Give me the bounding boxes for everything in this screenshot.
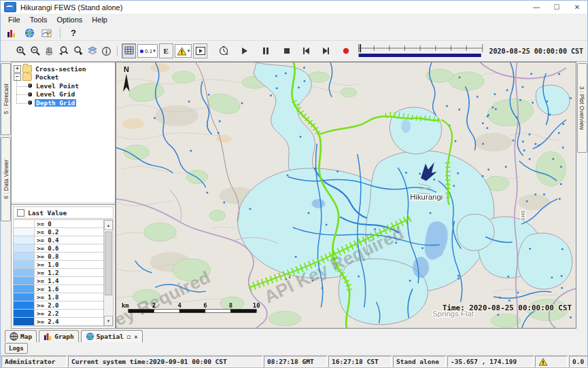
legend-row[interactable]: >= 1.2 <box>14 269 103 277</box>
legend-class-label: >= 1.8 <box>35 293 61 301</box>
status-segment-5: -35.657 , 174.199 <box>447 356 534 367</box>
menu-file[interactable]: File <box>3 15 25 24</box>
chevron-down-icon: ▾ <box>153 48 156 54</box>
scroll-down-icon[interactable]: ▼ <box>104 316 113 326</box>
last-value-checkbox[interactable] <box>17 209 24 217</box>
legend-row[interactable]: >= 1.0 <box>14 261 103 269</box>
play-button[interactable] <box>238 44 251 58</box>
logs-button[interactable]: Logs <box>5 343 28 354</box>
zoom-out-button[interactable] <box>29 44 41 58</box>
tree-node-label[interactable]: Depth Grid <box>35 99 76 107</box>
legend-toggle-button[interactable]: E <box>159 43 173 58</box>
tree-node-label[interactable]: Level Grid <box>35 90 76 98</box>
step-back-button[interactable] <box>300 44 313 58</box>
legend-class-label: >= 0 <box>35 220 54 227</box>
timeline-handle[interactable] <box>360 44 361 52</box>
legend-class-label: >= 2.2 <box>35 310 61 317</box>
zoom-in-button[interactable] <box>14 44 27 58</box>
status-text: Administrator <box>5 358 55 365</box>
legend-class-label: >= 0.6 <box>35 244 61 252</box>
tab-spatial[interactable]: Spatial ◻ ✕ <box>81 330 143 342</box>
title-bar: Hikurangi FEWS (Stand alone) — ☐ ✕ <box>1 1 587 14</box>
legend-row[interactable]: >= 2.2 <box>14 310 103 318</box>
legend-row[interactable]: >= 1.6 <box>14 285 103 293</box>
legend-row[interactable]: >= 0.6 <box>14 244 103 253</box>
timeline-slider[interactable] <box>358 43 483 59</box>
menu-help[interactable]: Help <box>87 15 112 24</box>
thresholds-dropdown[interactable]: ▾ <box>175 44 192 58</box>
pause-button[interactable] <box>259 44 272 58</box>
toolbar-separator <box>117 45 118 56</box>
legend-row[interactable]: >= 1.8 <box>14 293 103 301</box>
tree-node-level-point[interactable]: Level Point <box>13 81 114 90</box>
tree-node-depth-grid[interactable]: Depth Grid <box>13 98 114 107</box>
status-text: 08:27:18 GMT <box>267 358 314 365</box>
svg-text:10: 10 <box>253 302 260 309</box>
info-button[interactable] <box>100 44 113 58</box>
statistics-icon[interactable] <box>4 27 19 39</box>
help-button[interactable]: ? <box>66 27 81 39</box>
animation-button[interactable] <box>193 43 207 58</box>
record-button[interactable] <box>339 44 352 58</box>
legend-row[interactable]: >= 0 <box>14 220 103 228</box>
zoom-next-button[interactable] <box>71 44 84 58</box>
legend-scrollbar[interactable]: ▲ ▼ <box>103 220 113 326</box>
node-bullet-icon <box>28 84 32 88</box>
legend-swatch <box>14 244 35 252</box>
tab-close-icon[interactable]: ✕ <box>134 333 137 340</box>
classbreaks-dropdown[interactable]: 0.1 ▾ <box>137 44 158 58</box>
tab-maximize-icon[interactable]: ◻ <box>127 333 131 340</box>
timer-icon[interactable] <box>217 44 230 58</box>
tree-node-label[interactable]: Level Point <box>35 82 80 90</box>
tree-node-cross-section[interactable]: +Cross-section <box>13 65 114 73</box>
legend-row[interactable]: >= 2.4 <box>14 318 103 326</box>
map-view[interactable]: API Key Required API Key Required Hikura… <box>116 62 576 329</box>
tab-map[interactable]: Map <box>5 330 37 342</box>
status-segment-4: Stand alone <box>393 356 446 367</box>
pan-icon[interactable] <box>43 44 56 58</box>
minimize-button[interactable]: — <box>526 1 547 14</box>
map-toolbar: 0.1 ▾ E ▾ <box>1 40 587 62</box>
menu-options[interactable]: Options <box>52 15 87 24</box>
tree-node-label[interactable]: Cross-section <box>34 65 87 73</box>
tab-map-label: Map <box>20 333 32 340</box>
tree-node-level-grid[interactable]: Level Grid <box>13 90 114 99</box>
legend-row[interactable]: >= 0.2 <box>14 228 103 236</box>
maximize-button[interactable]: ☐ <box>547 1 567 14</box>
tab-forecast[interactable]: 5 : Forecast <box>1 63 11 135</box>
tree-node-pocket[interactable]: −Pocket <box>13 73 114 82</box>
legend-row[interactable]: >= 0.8 <box>14 253 103 261</box>
timeseries-icon[interactable] <box>39 27 54 39</box>
app-logo-icon <box>4 2 16 12</box>
legend-row[interactable]: >= 1.4 <box>14 277 103 285</box>
legend-swatch <box>14 318 35 325</box>
status-segment-3: 16:27:18 CST <box>328 356 392 367</box>
expand-icon[interactable]: + <box>14 65 21 73</box>
grid-display-toggle[interactable] <box>122 43 136 58</box>
step-forward-button[interactable] <box>319 44 332 58</box>
layers-icon[interactable] <box>86 44 99 58</box>
tab-data-viewer[interactable]: 6 : Data Viewer <box>1 137 11 221</box>
globe-icon[interactable] <box>22 27 37 39</box>
stop-button[interactable] <box>280 44 293 58</box>
tab-graph[interactable]: Graph <box>39 330 79 342</box>
legend-row[interactable]: >= 0.4 <box>14 236 103 244</box>
menu-tools[interactable]: Tools <box>25 15 52 24</box>
legend-class-label: >= 2.0 <box>35 301 61 309</box>
scroll-up-icon[interactable]: ▲ <box>104 220 113 230</box>
node-bullet-icon <box>28 100 32 105</box>
zoom-previous-button[interactable] <box>57 44 70 58</box>
classbreaks-value: 0.1 <box>145 48 152 54</box>
logs-row: Logs <box>1 342 587 355</box>
legend-class-label: >= 1.4 <box>35 277 61 284</box>
tab-plot-overview[interactable]: 3 : Plot Overview <box>577 63 587 153</box>
toolbar-separator <box>60 28 60 39</box>
scrollbar-thumb[interactable] <box>105 232 112 295</box>
status-segment-7: 0.0 MB/s <box>569 356 588 367</box>
application-window: Hikurangi FEWS (Stand alone) — ☐ ✕ FileT… <box>0 0 588 368</box>
close-button[interactable]: ✕ <box>567 1 587 14</box>
legend-swatch <box>14 285 35 293</box>
tree-node-label[interactable]: Pocket <box>34 73 60 81</box>
legend-row[interactable]: >= 2.0 <box>14 301 103 310</box>
status-text: Stand alone <box>396 358 439 365</box>
